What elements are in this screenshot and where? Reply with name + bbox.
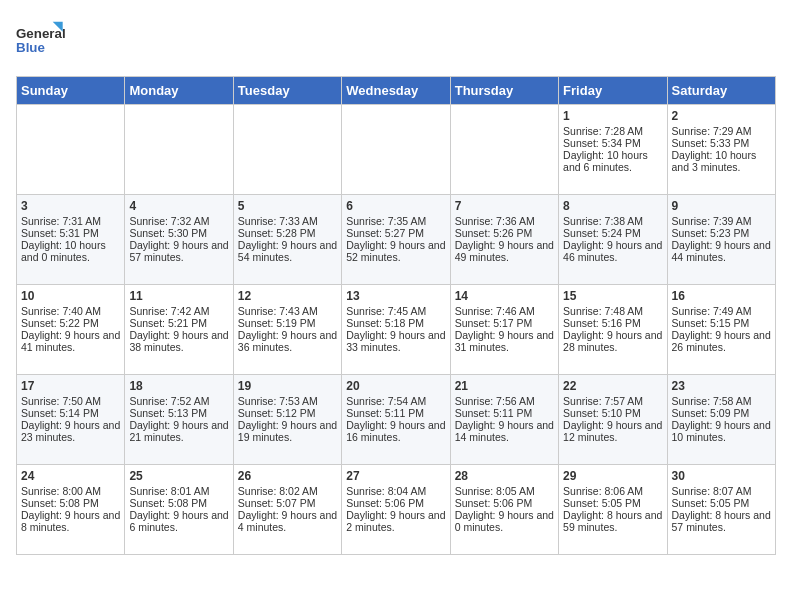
day-number: 16 (672, 289, 771, 303)
day-info: Sunrise: 7:28 AM (563, 125, 662, 137)
calendar-cell: 5Sunrise: 7:33 AMSunset: 5:28 PMDaylight… (233, 195, 341, 285)
day-number: 3 (21, 199, 120, 213)
day-info: Daylight: 10 hours and 0 minutes. (21, 239, 120, 263)
day-info: Sunset: 5:15 PM (672, 317, 771, 329)
day-info: Daylight: 9 hours and 41 minutes. (21, 329, 120, 353)
day-info: Sunrise: 7:45 AM (346, 305, 445, 317)
column-header-wednesday: Wednesday (342, 77, 450, 105)
day-number: 19 (238, 379, 337, 393)
day-info: Sunset: 5:05 PM (672, 497, 771, 509)
day-number: 14 (455, 289, 554, 303)
day-number: 10 (21, 289, 120, 303)
calendar-cell: 16Sunrise: 7:49 AMSunset: 5:15 PMDayligh… (667, 285, 775, 375)
day-number: 29 (563, 469, 662, 483)
day-info: Daylight: 9 hours and 16 minutes. (346, 419, 445, 443)
column-header-monday: Monday (125, 77, 233, 105)
day-number: 30 (672, 469, 771, 483)
calendar-cell: 14Sunrise: 7:46 AMSunset: 5:17 PMDayligh… (450, 285, 558, 375)
day-info: Daylight: 9 hours and 19 minutes. (238, 419, 337, 443)
day-info: Sunrise: 7:52 AM (129, 395, 228, 407)
calendar-cell: 27Sunrise: 8:04 AMSunset: 5:06 PMDayligh… (342, 465, 450, 555)
calendar-cell: 4Sunrise: 7:32 AMSunset: 5:30 PMDaylight… (125, 195, 233, 285)
day-number: 4 (129, 199, 228, 213)
day-info: Sunrise: 8:07 AM (672, 485, 771, 497)
calendar-cell: 29Sunrise: 8:06 AMSunset: 5:05 PMDayligh… (559, 465, 667, 555)
column-header-friday: Friday (559, 77, 667, 105)
calendar-cell: 8Sunrise: 7:38 AMSunset: 5:24 PMDaylight… (559, 195, 667, 285)
day-info: Daylight: 9 hours and 4 minutes. (238, 509, 337, 533)
calendar-cell: 9Sunrise: 7:39 AMSunset: 5:23 PMDaylight… (667, 195, 775, 285)
day-info: Sunset: 5:13 PM (129, 407, 228, 419)
day-number: 18 (129, 379, 228, 393)
day-info: Daylight: 9 hours and 0 minutes. (455, 509, 554, 533)
day-info: Sunrise: 8:00 AM (21, 485, 120, 497)
day-info: Daylight: 9 hours and 54 minutes. (238, 239, 337, 263)
day-number: 27 (346, 469, 445, 483)
day-info: Daylight: 9 hours and 26 minutes. (672, 329, 771, 353)
day-info: Sunrise: 8:02 AM (238, 485, 337, 497)
day-number: 11 (129, 289, 228, 303)
day-info: Daylight: 8 hours and 57 minutes. (672, 509, 771, 533)
column-header-tuesday: Tuesday (233, 77, 341, 105)
day-info: Sunrise: 8:05 AM (455, 485, 554, 497)
day-info: Daylight: 9 hours and 6 minutes. (129, 509, 228, 533)
day-info: Sunrise: 7:46 AM (455, 305, 554, 317)
logo-svg: General Blue (16, 16, 66, 66)
calendar-cell: 13Sunrise: 7:45 AMSunset: 5:18 PMDayligh… (342, 285, 450, 375)
day-number: 22 (563, 379, 662, 393)
day-info: Sunset: 5:30 PM (129, 227, 228, 239)
day-info: Sunset: 5:18 PM (346, 317, 445, 329)
day-info: Sunrise: 7:31 AM (21, 215, 120, 227)
calendar-cell: 30Sunrise: 8:07 AMSunset: 5:05 PMDayligh… (667, 465, 775, 555)
day-info: Daylight: 9 hours and 12 minutes. (563, 419, 662, 443)
column-header-sunday: Sunday (17, 77, 125, 105)
day-info: Sunset: 5:19 PM (238, 317, 337, 329)
day-number: 26 (238, 469, 337, 483)
day-info: Sunset: 5:33 PM (672, 137, 771, 149)
day-info: Daylight: 9 hours and 21 minutes. (129, 419, 228, 443)
day-info: Sunrise: 8:01 AM (129, 485, 228, 497)
calendar-cell (233, 105, 341, 195)
day-info: Sunset: 5:31 PM (21, 227, 120, 239)
calendar-cell: 22Sunrise: 7:57 AMSunset: 5:10 PMDayligh… (559, 375, 667, 465)
logo: General Blue (16, 16, 66, 66)
calendar-cell: 17Sunrise: 7:50 AMSunset: 5:14 PMDayligh… (17, 375, 125, 465)
day-info: Daylight: 10 hours and 3 minutes. (672, 149, 771, 173)
calendar-cell: 24Sunrise: 8:00 AMSunset: 5:08 PMDayligh… (17, 465, 125, 555)
day-info: Sunset: 5:26 PM (455, 227, 554, 239)
day-info: Sunrise: 7:36 AM (455, 215, 554, 227)
day-info: Sunset: 5:05 PM (563, 497, 662, 509)
day-info: Sunset: 5:09 PM (672, 407, 771, 419)
calendar-cell: 6Sunrise: 7:35 AMSunset: 5:27 PMDaylight… (342, 195, 450, 285)
day-info: Sunrise: 7:56 AM (455, 395, 554, 407)
day-number: 13 (346, 289, 445, 303)
day-info: Sunrise: 7:42 AM (129, 305, 228, 317)
day-info: Sunset: 5:07 PM (238, 497, 337, 509)
calendar-cell: 7Sunrise: 7:36 AMSunset: 5:26 PMDaylight… (450, 195, 558, 285)
day-info: Sunset: 5:06 PM (346, 497, 445, 509)
day-info: Sunset: 5:24 PM (563, 227, 662, 239)
day-info: Sunset: 5:21 PM (129, 317, 228, 329)
day-info: Sunset: 5:22 PM (21, 317, 120, 329)
day-info: Sunrise: 8:04 AM (346, 485, 445, 497)
day-info: Daylight: 9 hours and 49 minutes. (455, 239, 554, 263)
day-info: Sunset: 5:08 PM (129, 497, 228, 509)
day-number: 6 (346, 199, 445, 213)
day-info: Sunrise: 7:35 AM (346, 215, 445, 227)
day-info: Sunset: 5:16 PM (563, 317, 662, 329)
day-number: 8 (563, 199, 662, 213)
day-info: Sunset: 5:11 PM (455, 407, 554, 419)
calendar-cell: 20Sunrise: 7:54 AMSunset: 5:11 PMDayligh… (342, 375, 450, 465)
calendar-cell (450, 105, 558, 195)
calendar-header-row: SundayMondayTuesdayWednesdayThursdayFrid… (17, 77, 776, 105)
day-number: 17 (21, 379, 120, 393)
day-info: Daylight: 9 hours and 38 minutes. (129, 329, 228, 353)
day-number: 15 (563, 289, 662, 303)
day-info: Sunrise: 7:32 AM (129, 215, 228, 227)
day-number: 21 (455, 379, 554, 393)
day-info: Sunset: 5:11 PM (346, 407, 445, 419)
day-info: Daylight: 9 hours and 10 minutes. (672, 419, 771, 443)
page-header: General Blue (16, 16, 776, 66)
day-info: Daylight: 9 hours and 23 minutes. (21, 419, 120, 443)
day-info: Daylight: 9 hours and 46 minutes. (563, 239, 662, 263)
